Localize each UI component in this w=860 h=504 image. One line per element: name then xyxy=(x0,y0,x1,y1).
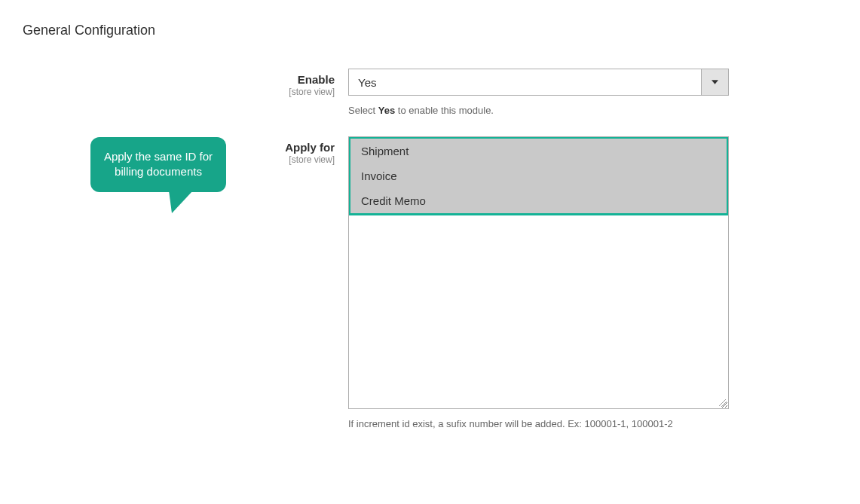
annotation-bubble: Apply the same ID for billing documents xyxy=(90,137,226,192)
applyfor-highlight: Shipment Invoice Credit Memo xyxy=(348,136,729,215)
applyfor-option-invoice[interactable]: Invoice xyxy=(350,163,727,188)
enable-select-value: Yes xyxy=(349,76,701,89)
enable-label: Enable xyxy=(23,73,335,86)
enable-select[interactable]: Yes xyxy=(348,69,729,96)
enable-label-col: Enable [store view] xyxy=(23,69,348,97)
chevron-down-icon xyxy=(701,69,728,95)
enable-help-suffix: to enable this module. xyxy=(395,105,494,116)
applyfor-help: If increment id exist, a sufix number wi… xyxy=(348,417,729,432)
applyfor-option-creditmemo[interactable]: Credit Memo xyxy=(350,188,727,213)
field-enable: Enable [store view] Yes Select Yes to en… xyxy=(23,69,837,118)
enable-help: Select Yes to enable this module. xyxy=(348,103,729,118)
annotation-tail xyxy=(169,191,193,213)
annotation-text: Apply the same ID for billing documents xyxy=(104,150,213,178)
applyfor-multiselect[interactable]: Shipment Invoice Credit Memo xyxy=(348,136,729,409)
enable-scope: [store view] xyxy=(23,87,335,97)
applyfor-option-shipment[interactable]: Shipment xyxy=(350,139,727,163)
enable-help-prefix: Select xyxy=(348,105,378,116)
enable-help-bold: Yes xyxy=(378,105,395,116)
section-title: General Configuration xyxy=(23,23,837,38)
